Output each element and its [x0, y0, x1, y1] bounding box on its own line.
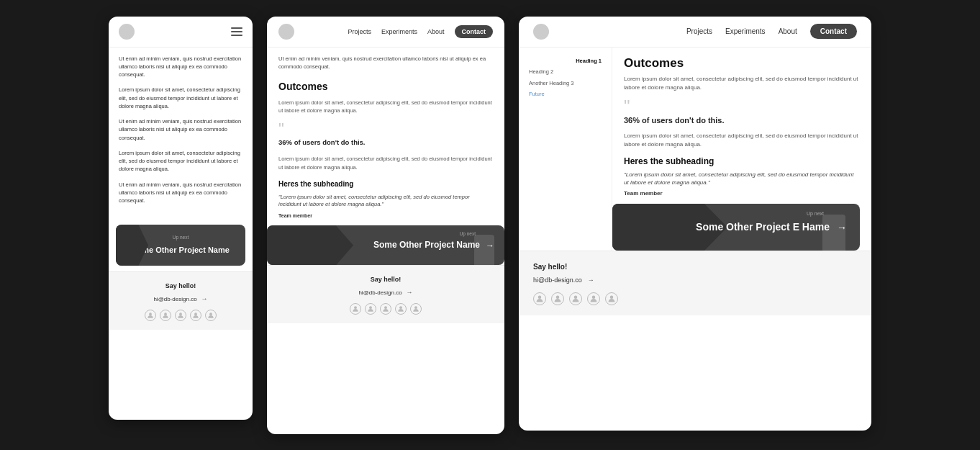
footer-email: hi@db-design.co: [153, 296, 196, 302]
svg-point-3: [194, 313, 197, 316]
wide-nav-experiments[interactable]: Experiments: [725, 27, 766, 35]
hamburger-icon[interactable]: [231, 27, 242, 36]
wide-nav-projects[interactable]: Projects: [686, 27, 712, 35]
mid-footer-email-row[interactable]: hi@db-design.co →: [277, 289, 494, 296]
wide-team-member: Team member: [624, 190, 860, 197]
mid-footer-avatar-3: [380, 303, 391, 315]
wide-cta-arrow: →: [837, 222, 847, 233]
narrow-para4: Lorem ipsum dolor sit amet, consectetur …: [119, 149, 242, 174]
narrow-footer: Say hello! hi@db-design.co →: [109, 271, 253, 330]
wide-blockquote: "Lorem ipsum dolor sit amet, consectetur…: [624, 171, 860, 186]
narrow-para1: Ut enim ad minim veniam, quis nostrud ex…: [119, 55, 242, 79]
wide-cta[interactable]: Up next Some Other Project E Hame →: [612, 204, 860, 251]
mid-footer-email: hi@db-design.co: [358, 289, 401, 296]
wide-footer-email-row[interactable]: hi@db-design.co →: [533, 276, 594, 284]
screens-container: Ut enim ad minim veniam, quis nostrud ex…: [109, 17, 871, 434]
narrow-para3: Ut enim ad minim veniam, quis nostrud ex…: [119, 117, 242, 142]
footer-avatar-1: [145, 310, 156, 321]
svg-point-11: [556, 296, 560, 300]
mid-up-next: Up next: [460, 231, 476, 236]
mid-header: Projects Experiments About Contact: [267, 17, 504, 48]
wide-quote-mark: ": [624, 99, 860, 113]
mid-content: Ut enim ad minim veniam, quis nostrud ex…: [267, 48, 504, 220]
mid-avatar: [278, 24, 294, 40]
subheading: Heres the subheading: [278, 179, 493, 189]
wide-nav: Projects Experiments About Contact: [686, 24, 857, 39]
toc-heading3: Another Heading 3: [529, 80, 602, 88]
cta-shape: [116, 225, 148, 266]
nav-experiments[interactable]: Experiments: [381, 28, 417, 35]
svg-point-13: [592, 296, 596, 300]
wide-sidebar: Heading 1 Heading 2 Another Heading 3 Fu…: [519, 48, 612, 251]
outcomes-body: Lorem ipsum dolor sit amet, consectetur …: [278, 99, 493, 115]
mid-footer: Say hello! hi@db-design.co →: [267, 265, 504, 323]
wide-footer-inner: Say hello! hi@db-design.co →: [533, 263, 857, 305]
toc-heading1: Heading 1: [529, 58, 602, 66]
screen-narrow: Ut enim ad minim veniam, quis nostrud ex…: [109, 17, 253, 420]
footer-avatar-3: [175, 310, 186, 321]
wide-main: Outcomes Lorem ipsum dolor sit amet, con…: [612, 48, 871, 251]
screen-wide: Projects Experiments About Contact Headi…: [519, 17, 871, 431]
svg-point-12: [574, 296, 578, 300]
wide-nav-contact[interactable]: Contact: [810, 24, 857, 39]
wide-header: Projects Experiments About Contact: [519, 17, 871, 48]
outcomes-heading: Outcomes: [278, 79, 493, 94]
svg-point-10: [538, 296, 542, 300]
mid-footer-avatar-4: [395, 303, 407, 315]
mid-cta[interactable]: Up next Some Other Project Name →: [267, 225, 504, 265]
wide-quote-body: Lorem ipsum dolor sit amet, consectetur …: [624, 132, 860, 149]
team-member: Team member: [278, 212, 493, 220]
svg-point-6: [369, 307, 372, 310]
footer-avatar-5: [205, 310, 217, 321]
wide-up-next: Up next: [807, 211, 824, 216]
narrow-header: [109, 17, 253, 48]
mid-footer-avatar-2: [365, 303, 376, 315]
avatar: [119, 24, 135, 40]
wide-outcomes-heading: Outcomes: [624, 56, 860, 71]
blockquote: "Lorem ipsum dolor sit amet, consectetur…: [278, 194, 493, 209]
narrow-para2: Lorem ipsum dolor sit amet, consectetur …: [119, 86, 242, 110]
footer-avatar-2: [160, 310, 171, 321]
narrow-cta[interactable]: Up next Some Other Project Name: [116, 225, 245, 266]
wide-footer: Say hello! hi@db-design.co →: [519, 251, 871, 315]
wide-outcomes-body: Lorem ipsum dolor sit amet, consectetur …: [624, 75, 860, 92]
svg-point-0: [149, 313, 152, 316]
nav-projects[interactable]: Projects: [348, 28, 371, 35]
wide-footer-avatar-4: [587, 292, 600, 305]
quote-body: Lorem ipsum dolor sit amet, consectetur …: [278, 155, 493, 171]
wide-footer-avatar-1: [533, 292, 546, 305]
mid-nav: Projects Experiments About Contact: [348, 25, 493, 38]
wide-footer-avatars: [533, 292, 618, 305]
quote-mark: ": [278, 122, 493, 135]
wide-footer-arrow-icon: →: [588, 276, 594, 284]
mid-project-name: Some Other Project Name: [373, 240, 480, 251]
svg-point-9: [414, 307, 417, 310]
cta-shape: [267, 225, 353, 265]
svg-point-7: [384, 307, 387, 310]
wide-footer-email: hi@db-design.co: [533, 276, 582, 284]
wide-project-name: Some Other Project E Hame: [696, 220, 830, 233]
wide-footer-title: Say hello!: [533, 263, 567, 271]
mid-footer-avatar-1: [350, 303, 361, 315]
nav-about[interactable]: About: [427, 28, 445, 35]
footer-email-row[interactable]: hi@db-design.co →: [119, 295, 242, 302]
mid-footer-arrow-icon: →: [407, 289, 413, 296]
svg-point-5: [354, 307, 357, 310]
wide-nav-about[interactable]: About: [779, 27, 797, 35]
mid-intro: Ut enim ad minim veniam, quis nostrud ex…: [278, 55, 493, 71]
mid-footer-avatar-5: [410, 303, 422, 315]
cta-arrow: →: [486, 240, 494, 251]
wide-avatar: [533, 24, 549, 40]
toc-link[interactable]: Future: [529, 91, 602, 99]
wide-subheading: Heres the subheading: [624, 156, 860, 166]
svg-point-14: [610, 296, 614, 300]
quote-text: 36% of users don't do this.: [278, 138, 493, 148]
wide-content: Heading 1 Heading 2 Another Heading 3 Fu…: [519, 48, 871, 251]
wide-footer-avatar-5: [605, 292, 618, 305]
footer-avatar-4: [190, 310, 201, 321]
svg-point-4: [209, 313, 212, 316]
svg-point-1: [164, 313, 167, 316]
nav-contact[interactable]: Contact: [455, 25, 494, 38]
wide-footer-avatar-2: [551, 292, 564, 305]
mid-footer-title: Say hello!: [277, 276, 494, 283]
